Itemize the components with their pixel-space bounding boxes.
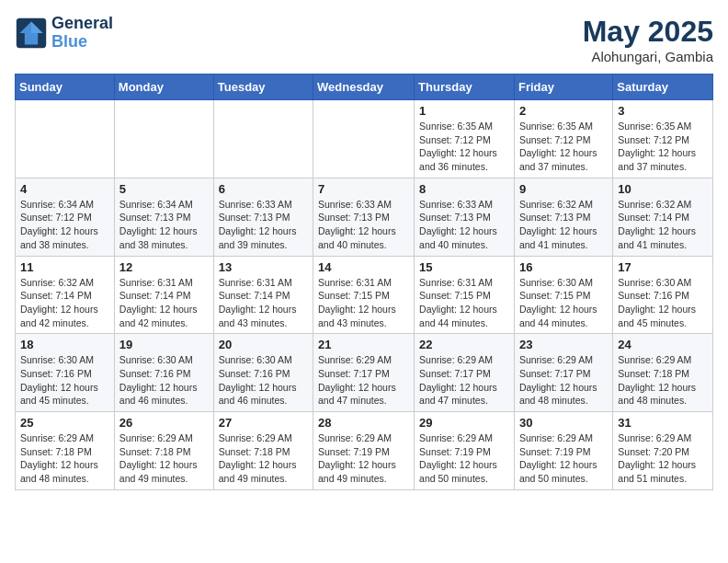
table-row: 16Sunrise: 6:30 AM Sunset: 7:15 PM Dayli… bbox=[514, 256, 612, 334]
table-row: 24Sunrise: 6:29 AM Sunset: 7:18 PM Dayli… bbox=[613, 334, 713, 412]
table-row: 21Sunrise: 6:29 AM Sunset: 7:17 PM Dayli… bbox=[313, 334, 415, 412]
day-number: 23 bbox=[519, 338, 608, 351]
col-saturday: Saturday bbox=[613, 75, 713, 100]
day-number: 6 bbox=[219, 182, 308, 196]
day-detail: Sunrise: 6:32 AM Sunset: 7:13 PM Dayligh… bbox=[519, 198, 608, 252]
day-detail: Sunrise: 6:30 AM Sunset: 7:15 PM Dayligh… bbox=[519, 276, 608, 330]
table-row: 4Sunrise: 6:34 AM Sunset: 7:12 PM Daylig… bbox=[16, 178, 115, 256]
day-detail: Sunrise: 6:34 AM Sunset: 7:12 PM Dayligh… bbox=[20, 198, 109, 252]
week-row-1: 1Sunrise: 6:35 AM Sunset: 7:12 PM Daylig… bbox=[16, 100, 713, 178]
day-detail: Sunrise: 6:31 AM Sunset: 7:15 PM Dayligh… bbox=[318, 276, 409, 330]
day-detail: Sunrise: 6:30 AM Sunset: 7:16 PM Dayligh… bbox=[219, 353, 308, 408]
table-row bbox=[16, 100, 115, 178]
col-tuesday: Tuesday bbox=[213, 75, 313, 100]
table-row: 6Sunrise: 6:33 AM Sunset: 7:13 PM Daylig… bbox=[213, 178, 313, 256]
table-row: 28Sunrise: 6:29 AM Sunset: 7:19 PM Dayli… bbox=[313, 412, 415, 490]
logo-line2: Blue bbox=[51, 33, 113, 52]
day-detail: Sunrise: 6:31 AM Sunset: 7:15 PM Dayligh… bbox=[419, 276, 509, 330]
day-number: 21 bbox=[318, 338, 409, 351]
col-sunday: Sunday bbox=[16, 75, 115, 100]
day-detail: Sunrise: 6:33 AM Sunset: 7:13 PM Dayligh… bbox=[318, 198, 409, 252]
table-row bbox=[114, 100, 213, 178]
col-thursday: Thursday bbox=[415, 75, 515, 100]
day-detail: Sunrise: 6:30 AM Sunset: 7:16 PM Dayligh… bbox=[119, 353, 209, 408]
day-number: 12 bbox=[119, 260, 209, 274]
header: General Blue May 2025 Alohungari, Gambia bbox=[15, 15, 713, 64]
day-detail: Sunrise: 6:31 AM Sunset: 7:14 PM Dayligh… bbox=[119, 276, 209, 330]
day-detail: Sunrise: 6:29 AM Sunset: 7:18 PM Dayligh… bbox=[20, 431, 109, 486]
day-number: 4 bbox=[20, 182, 109, 196]
table-row: 3Sunrise: 6:35 AM Sunset: 7:12 PM Daylig… bbox=[613, 100, 713, 178]
day-number: 11 bbox=[20, 260, 109, 274]
day-number: 7 bbox=[318, 182, 409, 196]
day-detail: Sunrise: 6:30 AM Sunset: 7:16 PM Dayligh… bbox=[20, 353, 109, 408]
day-detail: Sunrise: 6:32 AM Sunset: 7:14 PM Dayligh… bbox=[618, 198, 708, 252]
day-number: 16 bbox=[519, 260, 608, 274]
logo-line1: General bbox=[51, 15, 113, 33]
day-number: 25 bbox=[20, 416, 109, 430]
table-row: 20Sunrise: 6:30 AM Sunset: 7:16 PM Dayli… bbox=[213, 334, 313, 412]
calendar-table: Sunday Monday Tuesday Wednesday Thursday… bbox=[15, 74, 713, 490]
logo-text: General Blue bbox=[51, 15, 113, 52]
day-number: 2 bbox=[519, 104, 608, 118]
table-row: 12Sunrise: 6:31 AM Sunset: 7:14 PM Dayli… bbox=[114, 256, 213, 334]
day-number: 5 bbox=[119, 182, 209, 196]
location: Alohungari, Gambia bbox=[583, 49, 713, 64]
month-year: May 2025 bbox=[583, 15, 713, 49]
week-row-2: 4Sunrise: 6:34 AM Sunset: 7:12 PM Daylig… bbox=[16, 178, 713, 256]
col-friday: Friday bbox=[514, 75, 612, 100]
table-row: 26Sunrise: 6:29 AM Sunset: 7:18 PM Dayli… bbox=[114, 412, 213, 490]
table-row: 25Sunrise: 6:29 AM Sunset: 7:18 PM Dayli… bbox=[16, 412, 115, 490]
table-row: 18Sunrise: 6:30 AM Sunset: 7:16 PM Dayli… bbox=[16, 334, 115, 412]
day-number: 31 bbox=[618, 416, 708, 430]
day-detail: Sunrise: 6:33 AM Sunset: 7:13 PM Dayligh… bbox=[419, 198, 509, 252]
day-number: 28 bbox=[318, 416, 409, 430]
day-number: 15 bbox=[419, 260, 509, 274]
day-detail: Sunrise: 6:29 AM Sunset: 7:17 PM Dayligh… bbox=[419, 353, 509, 408]
day-detail: Sunrise: 6:30 AM Sunset: 7:16 PM Dayligh… bbox=[618, 276, 708, 330]
day-number: 8 bbox=[419, 182, 509, 196]
day-detail: Sunrise: 6:29 AM Sunset: 7:17 PM Dayligh… bbox=[519, 353, 608, 408]
table-row: 7Sunrise: 6:33 AM Sunset: 7:13 PM Daylig… bbox=[313, 178, 415, 256]
table-row bbox=[313, 100, 415, 178]
table-row: 17Sunrise: 6:30 AM Sunset: 7:16 PM Dayli… bbox=[613, 256, 713, 334]
day-detail: Sunrise: 6:29 AM Sunset: 7:19 PM Dayligh… bbox=[419, 431, 509, 486]
day-number: 27 bbox=[219, 416, 308, 430]
table-row: 13Sunrise: 6:31 AM Sunset: 7:14 PM Dayli… bbox=[213, 256, 313, 334]
day-detail: Sunrise: 6:29 AM Sunset: 7:18 PM Dayligh… bbox=[618, 353, 708, 408]
table-row: 1Sunrise: 6:35 AM Sunset: 7:12 PM Daylig… bbox=[415, 100, 515, 178]
day-detail: Sunrise: 6:29 AM Sunset: 7:19 PM Dayligh… bbox=[318, 431, 409, 486]
table-row: 10Sunrise: 6:32 AM Sunset: 7:14 PM Dayli… bbox=[613, 178, 713, 256]
table-row: 8Sunrise: 6:33 AM Sunset: 7:13 PM Daylig… bbox=[415, 178, 515, 256]
day-number: 18 bbox=[20, 338, 109, 351]
day-number: 22 bbox=[419, 338, 509, 351]
week-row-3: 11Sunrise: 6:32 AM Sunset: 7:14 PM Dayli… bbox=[16, 256, 713, 334]
day-number: 13 bbox=[219, 260, 308, 274]
table-row: 9Sunrise: 6:32 AM Sunset: 7:13 PM Daylig… bbox=[514, 178, 612, 256]
page: General Blue May 2025 Alohungari, Gambia… bbox=[0, 0, 728, 505]
day-detail: Sunrise: 6:29 AM Sunset: 7:18 PM Dayligh… bbox=[119, 431, 209, 486]
table-row: 23Sunrise: 6:29 AM Sunset: 7:17 PM Dayli… bbox=[514, 334, 612, 412]
table-row: 11Sunrise: 6:32 AM Sunset: 7:14 PM Dayli… bbox=[16, 256, 115, 334]
day-number: 24 bbox=[618, 338, 708, 351]
day-number: 3 bbox=[618, 104, 708, 118]
day-number: 30 bbox=[519, 416, 608, 430]
table-row: 27Sunrise: 6:29 AM Sunset: 7:18 PM Dayli… bbox=[213, 412, 313, 490]
day-detail: Sunrise: 6:32 AM Sunset: 7:14 PM Dayligh… bbox=[20, 276, 109, 330]
day-number: 1 bbox=[419, 104, 509, 118]
table-row: 15Sunrise: 6:31 AM Sunset: 7:15 PM Dayli… bbox=[415, 256, 515, 334]
title-block: May 2025 Alohungari, Gambia bbox=[583, 15, 713, 64]
logo: General Blue bbox=[15, 15, 113, 52]
table-row: 31Sunrise: 6:29 AM Sunset: 7:20 PM Dayli… bbox=[613, 412, 713, 490]
col-wednesday: Wednesday bbox=[313, 75, 415, 100]
day-number: 9 bbox=[519, 182, 608, 196]
day-number: 17 bbox=[618, 260, 708, 274]
table-row: 22Sunrise: 6:29 AM Sunset: 7:17 PM Dayli… bbox=[415, 334, 515, 412]
table-row: 29Sunrise: 6:29 AM Sunset: 7:19 PM Dayli… bbox=[415, 412, 515, 490]
table-row: 30Sunrise: 6:29 AM Sunset: 7:19 PM Dayli… bbox=[514, 412, 612, 490]
table-row: 19Sunrise: 6:30 AM Sunset: 7:16 PM Dayli… bbox=[114, 334, 213, 412]
day-detail: Sunrise: 6:35 AM Sunset: 7:12 PM Dayligh… bbox=[419, 120, 509, 174]
day-number: 29 bbox=[419, 416, 509, 430]
day-detail: Sunrise: 6:29 AM Sunset: 7:18 PM Dayligh… bbox=[219, 431, 308, 486]
day-detail: Sunrise: 6:29 AM Sunset: 7:17 PM Dayligh… bbox=[318, 353, 409, 408]
